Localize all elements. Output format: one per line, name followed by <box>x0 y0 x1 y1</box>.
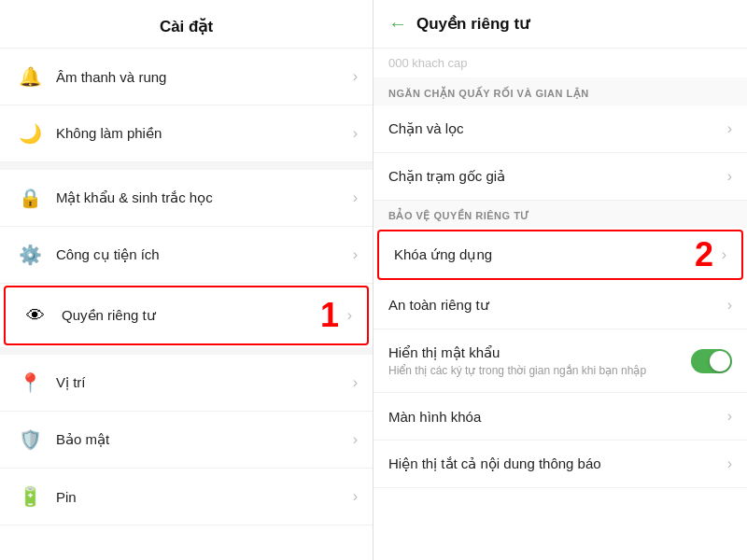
menu-label-quyen-rieng-tu: Quyền riêng tư <box>62 307 347 324</box>
item-label-an-toan: An toàn riêng tư <box>388 297 727 314</box>
menu-item-quyen-rieng-tu[interactable]: 👁 Quyền riêng tư › 1 <box>4 286 369 345</box>
moon-icon: 🌙 <box>15 119 45 148</box>
badge-2: 2 <box>695 235 713 274</box>
chevron-icon: › <box>727 168 732 185</box>
divider <box>0 162 373 170</box>
menu-item-cong-cu[interactable]: ⚙️ Công cụ tiện ích › <box>0 227 373 284</box>
menu-item-pin[interactable]: 🔋 Pin › <box>0 469 373 525</box>
bell-icon: 🔔 <box>15 62 45 91</box>
chevron-icon: › <box>353 125 358 142</box>
menu-label-pin: Pin <box>56 489 353 505</box>
chevron-icon: › <box>353 374 358 391</box>
item-label-hien-thi-tat: Hiện thị tắt cả nội dung thông báo <box>388 455 727 472</box>
back-arrow-icon[interactable]: ← <box>388 13 407 35</box>
chevron-icon: › <box>353 246 358 263</box>
right-item-chan-tram[interactable]: Chặn trạm gốc giả › <box>374 153 747 201</box>
item-label-chan-tram: Chặn trạm gốc giả <box>388 168 727 185</box>
chevron-icon: › <box>353 488 358 505</box>
badge-1: 1 <box>320 296 339 335</box>
chevron-icon: › <box>727 297 732 314</box>
right-item-hien-thi-tat[interactable]: Hiện thị tắt cả nội dung thông báo › <box>374 441 747 488</box>
right-item-chan-loc[interactable]: Chặn và lọc › <box>374 105 747 153</box>
item-label-hien-thi-mat-khau: Hiển thị mật khẩu <box>388 344 691 361</box>
item-label-khoa-ung-dung: Khóa ứng dụng <box>394 246 722 263</box>
chevron-icon: › <box>722 246 726 263</box>
chevron-icon: › <box>347 307 352 324</box>
menu-label-bao-mat: Bảo mật <box>56 431 353 448</box>
chevron-icon: › <box>727 408 732 425</box>
menu-item-am-thanh[interactable]: 🔔 Âm thanh và rung › <box>0 49 373 105</box>
left-panel-header: Cài đặt <box>0 0 373 49</box>
section-header-bao-ve: BẢO VỆ QUYỀN RIÊNG TƯ <box>374 201 747 228</box>
right-item-an-toan[interactable]: An toàn riêng tư › <box>374 282 747 329</box>
faded-top-item: 000 khach cap <box>374 49 747 78</box>
right-panel-header: ← Quyền riêng tư <box>374 0 747 49</box>
chevron-icon: › <box>353 189 358 206</box>
menu-label-vi-tri: Vị trí <box>56 374 353 391</box>
chevron-icon: › <box>353 68 358 85</box>
location-icon: 📍 <box>15 368 45 398</box>
lock-icon: 🔒 <box>15 183 45 213</box>
chevron-icon: › <box>353 431 358 448</box>
toggle-hien-thi[interactable] <box>691 349 732 373</box>
chevron-icon: › <box>727 120 732 137</box>
menu-item-bao-mat[interactable]: 🛡️ Bảo mật › <box>0 412 373 469</box>
item-content-hien-thi: Hiển thị mật khẩu Hiển thị các ký tự tro… <box>388 344 691 377</box>
left-panel: Cài đặt 🔔 Âm thanh và rung › 🌙 Không làm… <box>0 0 374 560</box>
item-label-chan-loc: Chặn và lọc <box>388 120 727 137</box>
divider <box>0 347 373 355</box>
tool-icon: ⚙️ <box>15 240 45 270</box>
section-header-ngan-chan: NGĂN CHẶN QUẤY RỐI VÀ GIAN LẬN <box>374 78 747 105</box>
right-panel: ← Quyền riêng tư 000 khach cap NGĂN CHẶN… <box>374 0 747 560</box>
menu-item-vi-tri[interactable]: 📍 Vị trí › <box>0 355 373 412</box>
right-item-man-hinh-khoa[interactable]: Màn hình khóa › <box>374 393 747 441</box>
battery-icon: 🔋 <box>15 482 45 511</box>
shield-icon: 🛡️ <box>15 425 45 455</box>
item-subtext-hien-thi: Hiển thị các ký tự trong thời gian ngắn … <box>388 364 691 377</box>
menu-label-am-thanh: Âm thanh và rung <box>56 69 353 85</box>
right-panel-title: Quyền riêng tư <box>416 14 529 34</box>
item-label-man-hinh-khoa: Màn hình khóa <box>388 409 727 425</box>
menu-label-khong-lam-phien: Không làm phiền <box>56 125 353 142</box>
menu-item-khong-lam-phien[interactable]: 🌙 Không làm phiền › <box>0 105 373 162</box>
right-item-hien-thi-mat-khau[interactable]: Hiển thị mật khẩu Hiển thị các ký tự tro… <box>374 329 747 393</box>
menu-item-mat-khau[interactable]: 🔒 Mật khẩu & sinh trắc học › <box>0 170 373 227</box>
menu-label-cong-cu: Công cụ tiện ích <box>56 246 353 263</box>
menu-label-mat-khau: Mật khẩu & sinh trắc học <box>56 189 353 206</box>
eye-icon: 👁 <box>21 301 50 330</box>
chevron-icon: › <box>727 455 732 472</box>
right-item-khoa-ung-dung[interactable]: Khóa ứng dụng › 2 <box>377 230 743 280</box>
